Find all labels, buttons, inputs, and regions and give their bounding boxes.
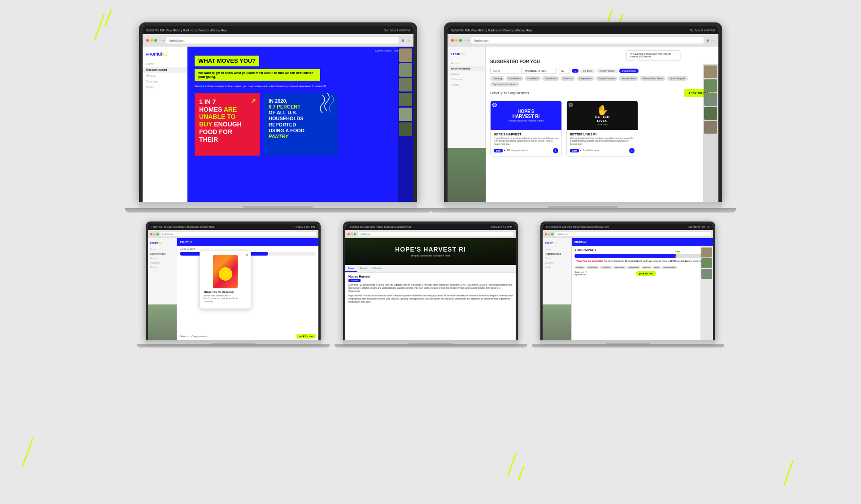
dot-red-3[interactable] [150,233,152,235]
browser-url-3[interactable]: fruitful.com [161,232,316,236]
tag-small-farm[interactable]: Small Farm [542,76,559,81]
screen2-nav-recommended[interactable]: Recommended [448,66,485,71]
modal-close-btn[interactable]: × [246,253,248,257]
screen5-chip3[interactable]: Food Bank [600,266,612,269]
tag-state-run[interactable]: State-run [561,76,575,81]
search-input[interactable] [490,68,519,74]
screen1-nav-home[interactable]: Home [143,61,187,67]
nav-back-2[interactable]: ‹ [465,39,466,43]
mac-topbar-1: Safari File Edit View History Bookmarks … [143,26,413,34]
screen3-nav-volunteer[interactable]: Volunteer [148,261,177,265]
dot-green-2[interactable] [459,39,462,42]
screen2-body: SUGGESTED FOR YOU ● like filters monthly… [486,47,718,160]
chip-like-filters[interactable]: like filters [580,69,595,73]
amount-input[interactable] [559,68,570,74]
screen3-nav-profile[interactable]: Profile [148,265,177,269]
org-card-hopes-harvest[interactable]: HOPE'SHARVEST RI Bringing local bounty t… [490,100,562,156]
chip-annual-impact[interactable]: annual impact [619,69,639,73]
location-input[interactable] [521,68,557,74]
screen5-nav-groups[interactable]: Groups [543,256,571,261]
card1-checkbox[interactable] [492,103,497,107]
screen5-nav-home[interactable]: Home [543,247,571,252]
dot-red-4[interactable] [348,233,350,235]
s2-thumb-1 [704,65,717,78]
dot-yellow-3[interactable] [153,233,156,235]
screen5-nav-volunteer[interactable]: Volunteer [543,261,571,265]
tag-food-bank[interactable]: Food Bank [525,76,541,81]
browser-more-1[interactable]: ⋯ [406,39,410,43]
tag-supports-local[interactable]: Supports local business [490,82,519,87]
dot-yellow-1[interactable] [150,39,153,42]
dot-green-1[interactable] [154,39,157,42]
card-red[interactable]: 1 in 7homes areunable tobuy enoughfood f… [195,93,260,156]
screen3-pick-btn[interactable]: pick for me [296,334,316,339]
browser-share-1[interactable]: ⊕ [401,39,404,43]
screen2-nav-profile[interactable]: Profile [448,82,485,87]
screen1-nav-volunteer[interactable]: Volunteer [143,78,187,84]
nav-fwd-1[interactable]: › [163,39,164,43]
screen2-nav-groups[interactable]: Groups [448,71,485,77]
browser-url-1[interactable]: fruitful.com [166,37,399,43]
tag-small-nonprofit[interactable]: Small Nonprofit [667,76,687,81]
browser-dots-5 [545,233,553,235]
screen5-chip8[interactable]: Reduce Waste [662,266,677,269]
org1-info-btn[interactable]: ℹ [553,148,558,153]
card-blue[interactable]: In 2020,6.7 percentof all U.S.households… [264,93,338,156]
screen3-main: FRUITfull YOUR IMPACT × [177,238,318,340]
chip-monthly-impact[interactable]: monthly impact [597,69,617,73]
laptop-1-what-moves-you: Safari File Edit View History Bookmarks … [139,22,417,213]
laptop-4-base [343,340,518,344]
browser-share-2[interactable]: ⊕ [706,39,709,43]
screen5-chip5[interactable]: Independent [627,266,640,269]
screen1-nav-groups[interactable]: Groups [143,73,187,78]
screen1-nav-recommended[interactable]: Recommended [143,67,187,73]
dot-yellow-5[interactable] [548,233,550,235]
tag-food-pantry[interactable]: Food Pantry [506,76,523,81]
nav-fwd-2[interactable]: › [468,39,469,43]
screen5-chip6[interactable]: Produce [641,266,652,269]
org-card-better-lives[interactable]: ✋ BETTERLIVES Rhode Island BETTER LIVES … [566,100,638,156]
tag-provide-meals[interactable]: Provide Meals [619,76,639,81]
screen5-chip4[interactable]: Small Farm [613,266,626,269]
screen5-chip1[interactable]: Gleaning [574,266,585,269]
screen4-tab-donate[interactable]: Donate [357,265,370,272]
browser-url-5[interactable]: fruitful.com [555,232,711,236]
card2-checkbox[interactable] [569,103,573,107]
screen5-nav-profile[interactable]: Profile [543,265,571,269]
tag-provide-produce[interactable]: Provide Produce [596,76,617,81]
dot-green-4[interactable] [354,233,356,235]
nav-back-1[interactable]: ‹ [160,39,161,43]
dot-red-2[interactable] [451,39,454,42]
card-blue-text: In 2020,6.7 percentof all U.S.households… [269,98,334,139]
screen2-nav-volunteer[interactable]: Volunteer [448,77,485,82]
screen5-chip7[interactable]: Meals [652,266,661,269]
tag-gleaning[interactable]: Gleaning [490,76,504,81]
org2-info-btn[interactable]: ℹ [629,148,635,153]
dot-yellow-2[interactable] [455,39,458,42]
screen3-nav-recommended[interactable]: Recommended [148,252,177,256]
browser-nav-2: ‹ › [465,39,469,43]
screen5-chip2[interactable]: Sustainable [586,266,599,269]
screen4-tab-volunteer[interactable]: Volunteer [370,265,385,272]
screen3-nav-groups[interactable]: Groups [148,256,177,261]
tag-reduce-food-waste[interactable]: Reduce Food Waste [640,76,665,81]
browser-more-2[interactable]: ⋯ [711,39,715,43]
screen4-tab-about[interactable]: About [345,265,357,272]
dot-yellow-4[interactable] [351,233,353,235]
org1-amount-chip[interactable]: $50 [494,149,503,152]
screen5-nav-recommended[interactable]: Recommended [543,252,571,256]
org2-amount-chip[interactable]: $50 [570,149,579,152]
browser-url-4[interactable]: fruitful.com [358,232,513,236]
tag-independent[interactable]: Independent [577,76,595,81]
screen5-pick-btn[interactable]: pick for me [636,271,656,276]
browser-url-2[interactable]: fruitful.com [471,37,704,43]
screen1-nav-profile[interactable]: Profile [143,84,187,90]
dot-green-5[interactable] [551,233,553,235]
dot-red-1[interactable] [146,39,149,42]
dot-red-5[interactable] [545,233,547,235]
filter-toggle[interactable]: ● [572,69,578,73]
dot-green-3[interactable] [157,233,159,235]
screen3-nav-home[interactable]: Home [148,247,177,252]
screen2-nav-home[interactable]: Home [448,61,485,66]
current-impact-btn[interactable]: Current Impact [375,49,391,52]
